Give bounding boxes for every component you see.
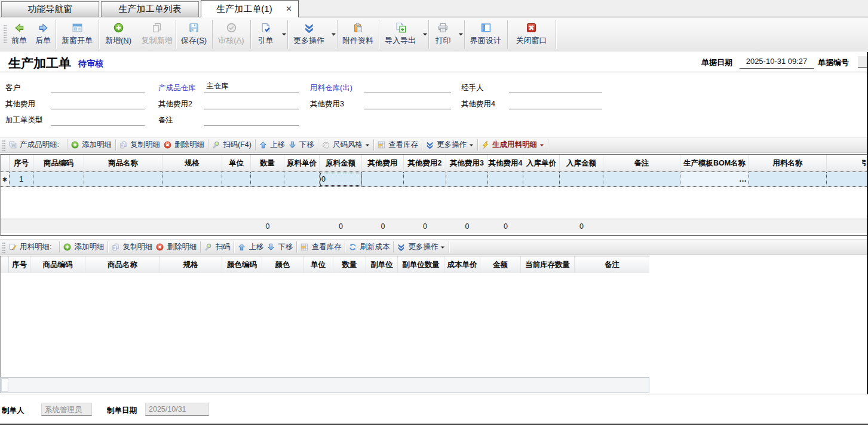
column-header[interactable]: 数量 [333, 256, 366, 273]
column-header[interactable]: 商品名称 [85, 256, 160, 273]
field-input[interactable] [204, 97, 299, 109]
section-dropdown-arrow[interactable] [365, 143, 370, 148]
column-header[interactable]: 数量 [251, 155, 284, 171]
column-header[interactable]: 原料金额 [320, 155, 362, 171]
tab-close-icon[interactable]: × [284, 4, 294, 14]
section-button-lightning_yellow[interactable]: 生成用料明细 [480, 140, 546, 150]
field-input[interactable] [51, 97, 145, 109]
column-header[interactable]: 单位 [303, 256, 333, 273]
column-header[interactable]: 金额 [480, 256, 521, 273]
column-header[interactable]: 生产模板BOM名称 [680, 155, 749, 171]
create-date-input[interactable]: 2025/10/31 [145, 403, 209, 416]
toolbar-button-plus_circle_green[interactable]: 新增(N) [99, 17, 138, 51]
products-toolbar-grip[interactable] [2, 140, 5, 151]
section-button-plus_circle_green[interactable]: 添加明细 [62, 242, 106, 252]
toolbar-button-ui_design[interactable]: 界面设计 [464, 17, 507, 51]
toolbar-button-clipboard[interactable]: 附件资料 [337, 17, 379, 51]
field-input[interactable] [51, 114, 145, 125]
column-header[interactable]: 其他费用2 [404, 155, 446, 171]
toolbar-button-arrow_left_green[interactable]: 前单 [8, 17, 30, 51]
grid-cell-原料金额[interactable]: 0 [320, 172, 362, 186]
section-button-refresh_blue[interactable]: 刷新成本 [347, 242, 391, 252]
grid-cell-备注[interactable] [603, 172, 680, 186]
grid-cell-其他费用[interactable] [362, 172, 404, 186]
column-header[interactable]: 备注 [575, 256, 649, 273]
column-header[interactable]: 副单位数量 [398, 256, 444, 273]
tab-nav-window[interactable]: 功能导航窗 [1, 1, 99, 17]
column-header[interactable]: 颜色 [262, 256, 303, 273]
column-header[interactable]: 序号 [9, 256, 30, 273]
toolbar-dropdown-arrow[interactable] [422, 17, 428, 51]
grid-cell-用料名称[interactable] [749, 172, 827, 186]
materials-toolbar-grip[interactable] [2, 243, 5, 253]
field-input[interactable] [509, 81, 602, 93]
column-header[interactable]: 其他费用4 [488, 155, 523, 171]
grid-cell-单位[interactable] [222, 172, 251, 186]
doc-date-input[interactable]: 2025-10-31 09:27 [740, 57, 814, 69]
toolbar-button-printer[interactable]: 打印 [428, 17, 458, 51]
column-header[interactable]: 颜色编码 [222, 256, 262, 273]
column-header[interactable]: 成本单价 [444, 256, 480, 273]
grid-cell-其他费用2[interactable] [404, 172, 446, 186]
grid-cell-生产模板BOM名称[interactable]: … [680, 172, 749, 186]
grid-cell-规格[interactable] [162, 172, 222, 186]
section-dropdown-arrow[interactable] [440, 245, 445, 250]
column-header[interactable]: 副单位 [366, 256, 398, 273]
section-dropdown-arrow[interactable] [539, 143, 544, 148]
toolbar-dropdown-arrow[interactable] [281, 17, 287, 51]
section-button-copy_pages_blue[interactable]: 复制明细 [110, 242, 154, 252]
toolbar-button-close_window_red[interactable]: 关闭窗口 [507, 17, 556, 51]
grid-cell-商品编码[interactable] [33, 172, 84, 186]
column-header[interactable]: 商品编码 [33, 155, 84, 171]
column-header[interactable]: 入库金额 [560, 155, 603, 171]
column-header[interactable]: 原料单价 [284, 155, 320, 171]
column-header[interactable]: 规格 [162, 155, 222, 171]
grid-cell-序号[interactable]: 1 [10, 172, 33, 186]
column-header[interactable]: 用料名称 [749, 155, 827, 171]
toolbar-button-floppy_disk[interactable]: 保存(S) [176, 17, 212, 51]
toolbar-button-doc_check[interactable]: 引单 [250, 17, 281, 51]
column-header[interactable]: 其他费用3 [446, 155, 488, 171]
section-dropdown-arrow[interactable] [469, 143, 474, 148]
column-header[interactable]: 商品名称 [84, 155, 162, 171]
hscrollbar-thumb[interactable] [1, 378, 8, 392]
toolbar-button-double_chevron_down[interactable]: 更多操作 [287, 17, 330, 51]
section-button-delete_circle_red[interactable]: 删除明细 [162, 140, 206, 150]
toolbar-grip[interactable] [4, 25, 7, 44]
section-button-scan_magnifier[interactable]: 扫码 [203, 242, 232, 252]
grid-cell-商品名称[interactable] [84, 172, 162, 186]
section-button-plus_circle_green[interactable]: 添加明细 [69, 140, 114, 150]
grid-cell-原料单价[interactable] [284, 172, 320, 186]
grid-cell-引单数量[interactable] [827, 172, 868, 186]
section-button-table_orange[interactable]: 查看库存 [299, 242, 343, 252]
column-header[interactable]: 当前库存数量 [521, 256, 575, 273]
section-button-copy_pages_blue[interactable]: 复制明细 [118, 140, 162, 150]
grid-cell-数量[interactable] [251, 172, 284, 186]
section-button-gear_gray[interactable]: 尺码风格 [320, 140, 372, 150]
field-input[interactable] [364, 97, 451, 109]
grid-cell-其他费用4[interactable] [488, 172, 523, 186]
bom-ellipsis-button[interactable]: … [739, 174, 747, 183]
field-input[interactable] [364, 81, 451, 93]
grid-cell-其他费用3[interactable] [446, 172, 488, 186]
section-button-double_chevron_down[interactable]: 更多操作 [395, 242, 447, 252]
column-header[interactable]: 备注 [603, 155, 680, 171]
tab-order-doc[interactable]: 生产加工单(1)× [201, 0, 299, 17]
section-button-table_orange[interactable]: 查看库存 [376, 140, 420, 150]
tab-order-list[interactable]: 生产加工单列表 [101, 1, 199, 17]
field-input[interactable] [204, 114, 299, 125]
section-button-double_chevron_down[interactable]: 更多操作 [424, 140, 476, 150]
toolbar-button-new_window[interactable]: 新窗开单 [56, 17, 99, 51]
toolbar-button-arrow_right_blue[interactable]: 后单 [30, 17, 56, 51]
section-button-scan_magnifier[interactable]: 扫码(F4) [210, 140, 253, 150]
field-input[interactable] [509, 97, 602, 109]
grid-data-row[interactable]: ✱10… [1, 171, 868, 187]
grid-cell-入库单价[interactable] [523, 172, 560, 186]
column-header[interactable]: 序号 [10, 155, 33, 171]
field-input[interactable]: 主仓库 [204, 81, 299, 93]
toolbar-dropdown-arrow[interactable] [330, 17, 337, 51]
column-header[interactable]: 引单数量 [827, 155, 868, 171]
section-button-delete_circle_red[interactable]: 删除明细 [154, 242, 198, 252]
grid-cell-入库金额[interactable] [560, 172, 603, 186]
section-button-arrow_down_blue[interactable]: 下移 [287, 140, 316, 150]
